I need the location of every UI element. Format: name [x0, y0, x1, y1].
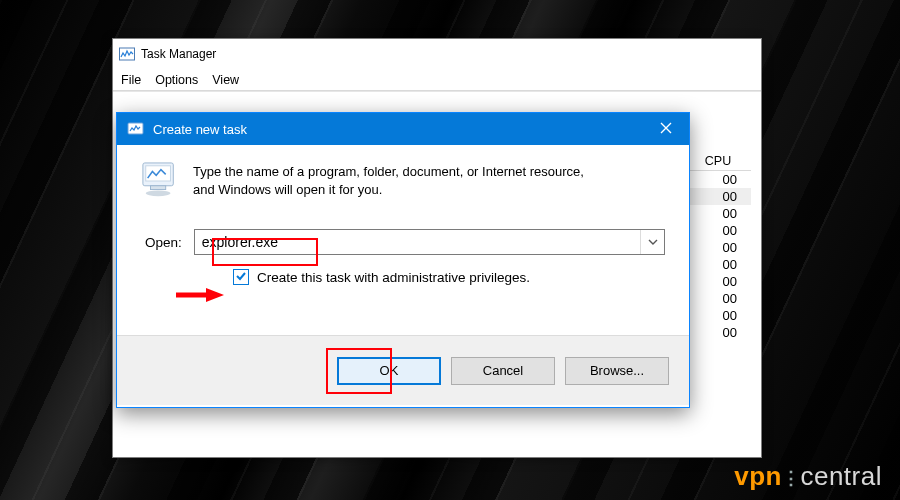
- checkmark-icon: [235, 270, 247, 285]
- task-manager-menubar: File Options View: [113, 69, 761, 91]
- watermark-right: central: [800, 461, 882, 492]
- menu-options[interactable]: Options: [155, 73, 198, 87]
- cpu-cell: 00: [685, 188, 751, 205]
- svg-rect-6: [151, 186, 166, 190]
- open-combobox[interactable]: [194, 229, 665, 255]
- dialog-description: Type the name of a program, folder, docu…: [193, 161, 593, 201]
- cpu-cell: 00: [685, 222, 751, 239]
- dialog-footer: OK Cancel Browse...: [117, 335, 689, 405]
- admin-privileges-label: Create this task with administrative pri…: [257, 270, 530, 285]
- open-label: Open:: [145, 235, 182, 250]
- cpu-cell: 00: [685, 171, 751, 188]
- dialog-titlebar[interactable]: Create new task: [117, 113, 689, 145]
- watermark-left: vpn: [734, 461, 782, 492]
- run-dialog-icon: [127, 120, 145, 138]
- task-manager-icon: [119, 46, 135, 62]
- task-manager-titlebar: Task Manager: [113, 39, 761, 69]
- cpu-cell: 00: [685, 239, 751, 256]
- svg-point-7: [146, 191, 171, 197]
- close-icon: [660, 122, 672, 137]
- watermark-separator-icon: ⋮: [782, 467, 801, 489]
- run-program-icon: [141, 161, 179, 201]
- menu-view[interactable]: View: [212, 73, 239, 87]
- combobox-dropdown-button[interactable]: [640, 230, 664, 254]
- dialog-title: Create new task: [153, 122, 247, 137]
- cpu-cell: 00: [685, 324, 751, 341]
- chevron-down-icon: [648, 233, 658, 251]
- cpu-cell: 00: [685, 290, 751, 307]
- admin-privileges-checkbox[interactable]: [233, 269, 249, 285]
- cpu-cell: 00: [685, 256, 751, 273]
- menu-file[interactable]: File: [121, 73, 141, 87]
- cpu-cell: 00: [685, 273, 751, 290]
- cpu-column-header[interactable]: CPU: [685, 152, 751, 171]
- cpu-cell: 00: [685, 307, 751, 324]
- open-input[interactable]: [202, 234, 638, 250]
- cancel-button[interactable]: Cancel: [451, 357, 555, 385]
- create-new-task-dialog: Create new task Type the name of a progr…: [116, 112, 690, 408]
- close-button[interactable]: [643, 113, 689, 145]
- cpu-column: CPU 00 00 00 00 00 00 00 00 00 00: [685, 152, 751, 341]
- dialog-body: Type the name of a program, folder, docu…: [117, 145, 689, 335]
- task-manager-title: Task Manager: [141, 47, 216, 61]
- svg-rect-3: [128, 123, 143, 134]
- watermark: vpn ⋮ central: [734, 461, 882, 492]
- browse-button[interactable]: Browse...: [565, 357, 669, 385]
- cpu-cell: 00: [685, 205, 751, 222]
- ok-button[interactable]: OK: [337, 357, 441, 385]
